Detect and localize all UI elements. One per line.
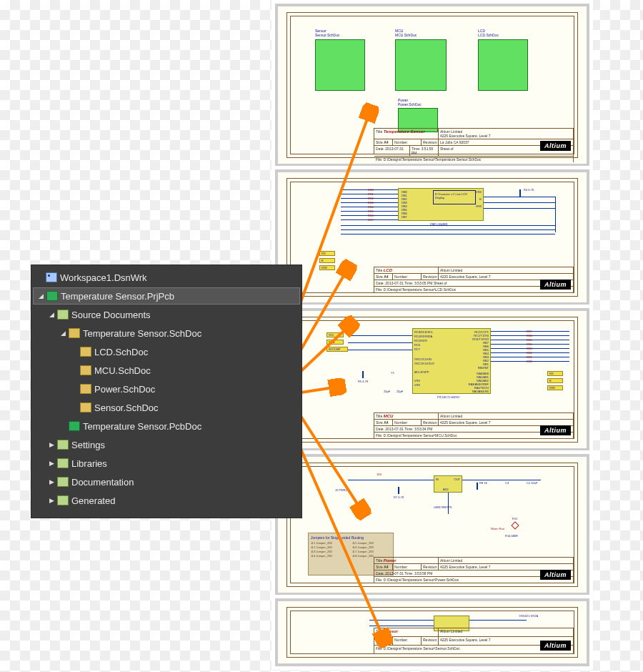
- altium-logo: Altium: [540, 425, 571, 435]
- tree-item-project[interactable]: ◢ Temperature Sensor.PrjPcb: [33, 287, 300, 305]
- schematic-sheet-sensor[interactable]: DS1621 SO2A Title Sensor Altium Limited …: [275, 598, 589, 666]
- port[interactable]: INT/CMP: [327, 347, 348, 352]
- tree-label: Power.SchDoc: [94, 384, 155, 395]
- sheet-symbol[interactable]: [315, 39, 365, 91]
- tree-label: Temperature Sensor.PcbDoc: [83, 421, 201, 432]
- tree-label: Source Documents: [71, 310, 151, 320]
- tree-item-workspace[interactable]: Workspace1.DsnWrk: [33, 268, 300, 287]
- tree-label: Temperature Sensor.PrjPcb: [61, 291, 174, 302]
- schematic-icon: [80, 402, 91, 412]
- tree-item-folder[interactable]: ▶ Documentation: [33, 473, 300, 491]
- block-label: MCUMCU.SchDoc: [395, 29, 417, 37]
- block-label: PowerPower.SchDoc: [398, 99, 422, 107]
- port[interactable]: SDA: [327, 340, 344, 345]
- schematic-icon: [80, 384, 91, 394]
- folder-icon: [57, 458, 69, 468]
- tree-label: LCD.SchDoc: [94, 347, 148, 357]
- tree-label: MCU.SchDoc: [94, 365, 151, 376]
- altium-logo: Altium: [540, 641, 571, 651]
- folder-icon: [57, 310, 69, 320]
- tree-item-folder[interactable]: ▶ Libraries: [33, 454, 300, 473]
- part-name: PIC16C72-04/SO: [437, 395, 459, 399]
- schematic-sheet-top[interactable]: SensorSensor.SchDoc MCUMCU.SchDoc LCDLCD…: [275, 4, 589, 167]
- tree-label: Settings: [71, 440, 105, 450]
- schematic-sheet-power[interactable]: IN OUT ADJ LM317MSTT3 J2 PWR2.5 10V R7 4…: [275, 454, 589, 596]
- block-label: SensorSensor.SchDoc: [315, 29, 339, 37]
- tree-label: Generated: [71, 495, 115, 506]
- altium-logo: Altium: [540, 141, 571, 151]
- port[interactable]: RS: [319, 251, 335, 256]
- tree-label: Sensor.SchDoc: [94, 402, 159, 413]
- tree-item-child-sch[interactable]: Sensor.SchDoc: [33, 398, 300, 417]
- sheet-symbol[interactable]: [395, 39, 447, 91]
- block-label: LCDLCD.SchDoc: [478, 29, 499, 37]
- folder-icon: [57, 477, 69, 487]
- caret-down-icon[interactable]: ◢: [47, 311, 56, 318]
- pcb-icon: [69, 421, 80, 431]
- caret-down-icon[interactable]: ◢: [36, 292, 45, 300]
- component-lcd[interactable]: 8 Character x 2 Line LCD Display DB0 DB1…: [398, 188, 484, 221]
- port[interactable]: SCL: [327, 332, 344, 337]
- schematic-sheet-lcd[interactable]: 8 Character x 2 Line LCD Display DB0 DB1…: [275, 169, 589, 305]
- caret-down-icon[interactable]: ◢: [59, 330, 67, 337]
- sheet-symbol[interactable]: [478, 39, 528, 91]
- part-name: LM317MSTT3: [434, 505, 452, 509]
- tree-label: Documentation: [71, 477, 134, 488]
- port[interactable]: R/W: [319, 265, 335, 270]
- port[interactable]: RS: [547, 371, 563, 376]
- altium-logo: Altium: [540, 280, 571, 290]
- caret-right-icon[interactable]: ▶: [47, 497, 56, 504]
- connector-label: J2 PWR2.5: [335, 488, 349, 492]
- caret-right-icon[interactable]: ▶: [47, 441, 56, 448]
- tree-label: Libraries: [71, 458, 107, 469]
- port[interactable]: E: [547, 378, 563, 383]
- port[interactable]: E: [319, 258, 335, 263]
- schematic-icon: [80, 347, 91, 357]
- component-mcu[interactable]: RC3/SCK/SCL RC4/SDI/SDA RC5/SDO RC6 RC7 …: [412, 328, 491, 394]
- led-icon: [511, 521, 519, 529]
- project-tree-panel: Workspace1.DsnWrk ◢ Temperature Sensor.P…: [31, 265, 302, 518]
- workspace-icon: [46, 272, 57, 282]
- project-icon: [46, 291, 58, 301]
- port[interactable]: R/W: [547, 385, 563, 390]
- component-vreg[interactable]: IN OUT ADJ: [434, 475, 462, 493]
- folder-icon: [57, 495, 69, 505]
- tree-label: Workspace1.DsnWrk: [60, 272, 147, 283]
- altium-logo: Altium: [540, 570, 571, 580]
- tree-item-top-sch[interactable]: ◢ Temperature Sensor.SchDoc: [33, 324, 300, 342]
- tree-item-folder[interactable]: ▶ Settings: [33, 435, 300, 454]
- tree-item-folder[interactable]: ▶ Generated: [33, 491, 300, 510]
- tree-item-pcb[interactable]: Temperature Sensor.PcbDoc: [33, 417, 300, 435]
- folder-icon: [69, 328, 80, 338]
- schematic-sheet-mcu[interactable]: RC3/SCK/SCL RC4/SDI/SDA RC5/SDO RC6 RC7 …: [275, 308, 589, 451]
- part-name: DS1621 SO2A: [519, 614, 538, 618]
- folder-icon: [57, 440, 69, 450]
- tree-label: Temperature Sensor.SchDoc: [83, 328, 201, 339]
- display-label: 8 Character x 2 Line LCD Display: [433, 190, 476, 204]
- schematic-sheet-stack: SensorSensor.SchDoc MCUMCU.SchDoc LCDLCD…: [275, 4, 593, 669]
- tree-item-child-sch[interactable]: LCD.SchDoc: [33, 342, 300, 361]
- caret-right-icon[interactable]: ▶: [47, 460, 56, 467]
- schematic-icon: [80, 365, 91, 375]
- caret-right-icon[interactable]: ▶: [47, 478, 56, 485]
- tree-item-child-sch[interactable]: Power.SchDoc: [33, 380, 300, 398]
- resistor: [519, 189, 521, 197]
- tree-item-child-sch[interactable]: MCU.SchDoc: [33, 361, 300, 380]
- tree-item-source-docs[interactable]: ◢ Source Documents: [33, 305, 300, 324]
